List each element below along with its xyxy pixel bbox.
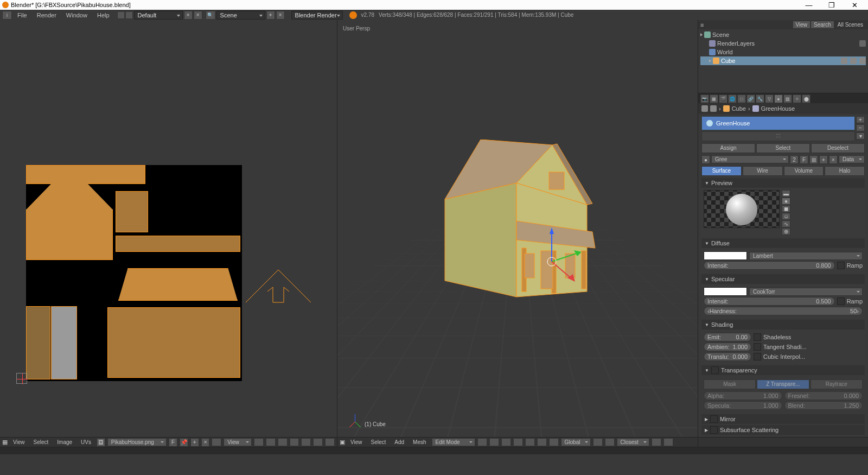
panel-specular-header[interactable]: Specular	[701, 274, 865, 284]
mat-users-button[interactable]: 2	[790, 155, 799, 164]
panel-transparency-header[interactable]: Transparency	[701, 365, 865, 375]
mat-nodes-button[interactable]: ⊞	[809, 155, 818, 164]
uv-mode-dropdown[interactable]: View	[224, 438, 252, 446]
layout-fwd-button[interactable]	[125, 11, 133, 19]
render-preview-icon[interactable]	[663, 438, 673, 446]
specular-intensity-field[interactable]: Intensit:0.500	[704, 297, 835, 306]
tab-data[interactable]: ▽	[765, 94, 774, 103]
preview-cube-icon[interactable]: ◼	[782, 205, 790, 212]
material-slot[interactable]: GreenHouse	[701, 116, 855, 130]
material-link-dropdown[interactable]: Data	[839, 155, 865, 163]
material-name-field[interactable]: Gree	[711, 155, 789, 163]
render-tab-surface[interactable]: Surface	[701, 166, 742, 176]
menu-help[interactable]: Help	[93, 12, 114, 18]
shadeless-checkbox[interactable]	[754, 333, 761, 341]
render-tab-volume[interactable]: Volume	[784, 166, 824, 176]
render-tab-halo[interactable]: Halo	[825, 166, 865, 176]
panel-preview-header[interactable]: Preview	[701, 178, 865, 188]
snap-target-icon[interactable]	[652, 438, 661, 446]
uv-sel-island-icon[interactable]	[290, 438, 299, 446]
cursor-icon[interactable]	[850, 58, 857, 64]
shading-translu-field[interactable]: Translu:0.000	[704, 352, 751, 361]
deselect-button[interactable]: Deselect	[811, 143, 865, 153]
scene-browse-icon[interactable]: 🔍	[206, 11, 215, 20]
uv-image-editor[interactable]	[0, 20, 337, 437]
uv-menu-select[interactable]: Select	[30, 439, 52, 445]
fresnel-field[interactable]: Fresnel:0.000	[784, 391, 863, 400]
mat-fake-button[interactable]: F	[800, 155, 808, 164]
pivot-icon[interactable]	[489, 438, 499, 446]
outliner-cube-row[interactable]: Cube	[700, 56, 866, 65]
transparency-enable-checkbox[interactable]	[711, 366, 719, 374]
uv-image-name[interactable]: PikabuHouse.png	[107, 438, 167, 446]
outliner-renderlayers-row[interactable]: RenderLayers	[700, 39, 866, 48]
specular-shader-dropdown[interactable]: CookTorr	[749, 288, 863, 296]
specular-color-swatch[interactable]	[704, 287, 747, 296]
maximize-button[interactable]: ❐	[820, 1, 843, 9]
diffuse-ramp-checkbox[interactable]	[837, 262, 845, 269]
tab-object[interactable]: □	[737, 94, 746, 103]
outliner-editor-icon[interactable]: ≡	[700, 22, 704, 28]
slot-menu-button[interactable]: ▾	[856, 132, 865, 140]
uv-sel-face-icon[interactable]	[278, 438, 288, 446]
3d-menu-view[interactable]: View	[347, 439, 366, 445]
shading-ambient-field[interactable]: Ambien:1.000	[704, 343, 751, 351]
mat-browse-icon[interactable]: ●	[701, 155, 710, 164]
tab-render[interactable]: 📷	[700, 94, 709, 103]
camera-icon[interactable]	[859, 58, 866, 64]
timeline-strip[interactable]	[0, 447, 868, 454]
menu-render[interactable]: Render	[33, 12, 61, 18]
panel-diffuse-header[interactable]: Diffuse	[701, 238, 865, 248]
material-slot-empty[interactable]: :::	[701, 131, 855, 141]
uv-sync-icon[interactable]	[301, 438, 311, 446]
uv-unlink-button[interactable]: ×	[201, 438, 210, 447]
transparency-raytrace-button[interactable]: Raytrace	[810, 379, 863, 389]
uv-menu-view[interactable]: View	[10, 439, 28, 445]
outliner[interactable]: ≡ View Search All Scenes Scene RenderLay…	[698, 20, 868, 93]
3d-editor-type-icon[interactable]: ▣	[340, 439, 345, 446]
uv-canvas[interactable]	[26, 165, 242, 381]
uv-pin-icon[interactable]: 📌	[180, 438, 188, 447]
uv-menu-uvs[interactable]: UVs	[78, 439, 94, 445]
uv-menu-image[interactable]: Image	[54, 439, 75, 445]
specular-ramp-checkbox[interactable]	[837, 297, 845, 305]
specular-hardness-field[interactable]: ‹ Hardness:50 ›	[704, 307, 863, 315]
3d-menu-select[interactable]: Select	[368, 439, 390, 445]
tab-renderlayers[interactable]: ▦	[710, 94, 718, 103]
mirror-enable-checkbox[interactable]	[710, 415, 718, 423]
3d-menu-add[interactable]: Add	[391, 439, 407, 445]
layers-icon[interactable]	[593, 438, 603, 446]
outliner-scene-row[interactable]: Scene	[700, 30, 866, 39]
outliner-tree[interactable]: Scene RenderLayers World Cube	[698, 29, 868, 66]
layout-back-button[interactable]	[117, 11, 125, 19]
tangent-checkbox[interactable]	[754, 343, 761, 351]
panel-sss-header[interactable]: Subsurface Scattering	[701, 425, 865, 435]
outliner-tab-search[interactable]: Search	[811, 21, 834, 28]
tab-material[interactable]: ●	[774, 94, 783, 103]
limit-sel-icon[interactable]	[549, 438, 559, 446]
shading-mode-icon[interactable]	[477, 438, 487, 446]
uv-sel-edge-icon[interactable]	[266, 438, 276, 446]
close-button[interactable]: ✕	[843, 1, 866, 9]
uv-image-fake-button[interactable]: F	[169, 438, 177, 447]
minimize-button[interactable]: —	[797, 1, 820, 9]
uv-sel-vert-icon[interactable]	[254, 438, 264, 446]
uv-snap-icon[interactable]	[313, 438, 323, 446]
tab-particles[interactable]: ✧	[793, 94, 801, 103]
eye-icon[interactable]	[841, 58, 847, 64]
render-engine-dropdown[interactable]: Blender Render	[291, 11, 343, 20]
layout-add-button[interactable]: +	[184, 11, 193, 20]
orientation-dropdown[interactable]: Global	[561, 438, 591, 446]
mode-dropdown[interactable]: Edit Mode	[432, 438, 475, 446]
diffuse-intensity-field[interactable]: Intensit:0.800	[704, 261, 835, 270]
slot-remove-button[interactable]: −	[856, 124, 865, 131]
snap-toggle-icon[interactable]	[605, 438, 615, 446]
transparency-ztrans-button[interactable]: Z Transpare...	[757, 379, 809, 389]
uv-proportional-icon[interactable]	[325, 438, 335, 446]
pin-icon[interactable]	[701, 105, 708, 112]
tab-texture[interactable]: ▨	[783, 94, 792, 103]
panel-mirror-header[interactable]: Mirror	[701, 414, 865, 424]
outliner-tab-view[interactable]: View	[793, 21, 810, 28]
assign-button[interactable]: Assign	[701, 143, 755, 153]
diffuse-color-swatch[interactable]	[704, 251, 747, 260]
